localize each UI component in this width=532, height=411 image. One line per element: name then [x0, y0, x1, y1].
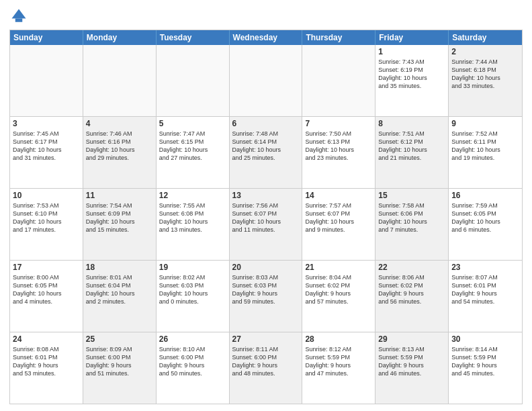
calendar-cell-1-4: 7Sunrise: 7:50 AM Sunset: 6:13 PM Daylig… — [302, 117, 375, 188]
calendar-cell-1-1: 4Sunrise: 7:46 AM Sunset: 6:16 PM Daylig… — [83, 117, 157, 188]
day-info: Sunrise: 7:55 AM Sunset: 6:08 PM Dayligh… — [159, 201, 226, 234]
day-number: 19 — [159, 263, 226, 272]
day-info: Sunrise: 8:11 AM Sunset: 6:00 PM Dayligh… — [232, 345, 300, 378]
day-number: 21 — [305, 263, 372, 272]
day-number: 7 — [305, 119, 372, 128]
day-info: Sunrise: 7:48 AM Sunset: 6:14 PM Dayligh… — [232, 130, 300, 163]
calendar-cell-4-4: 28Sunrise: 8:12 AM Sunset: 5:59 PM Dayli… — [302, 332, 375, 404]
day-info: Sunrise: 8:03 AM Sunset: 6:03 PM Dayligh… — [232, 273, 300, 306]
day-number: 9 — [451, 119, 519, 128]
day-number: 3 — [13, 119, 80, 128]
calendar-cell-0-5: 1Sunrise: 7:43 AM Sunset: 6:19 PM Daylig… — [375, 45, 449, 116]
calendar-body: 1Sunrise: 7:43 AM Sunset: 6:19 PM Daylig… — [10, 45, 522, 404]
day-info: Sunrise: 7:56 AM Sunset: 6:07 PM Dayligh… — [232, 201, 300, 234]
calendar-cell-4-5: 29Sunrise: 8:13 AM Sunset: 5:59 PM Dayli… — [375, 332, 449, 404]
calendar-cell-2-3: 13Sunrise: 7:56 AM Sunset: 6:07 PM Dayli… — [230, 189, 303, 260]
day-info: Sunrise: 7:54 AM Sunset: 6:09 PM Dayligh… — [86, 201, 153, 234]
calendar-cell-4-1: 25Sunrise: 8:09 AM Sunset: 6:00 PM Dayli… — [83, 332, 157, 404]
calendar-row-3: 17Sunrise: 8:00 AM Sunset: 6:05 PM Dayli… — [10, 260, 522, 332]
day-info: Sunrise: 8:08 AM Sunset: 6:01 PM Dayligh… — [13, 345, 80, 378]
calendar-cell-2-5: 15Sunrise: 7:58 AM Sunset: 6:06 PM Dayli… — [375, 189, 449, 260]
header-day-thursday: Thursday — [302, 30, 375, 45]
day-info: Sunrise: 7:58 AM Sunset: 6:06 PM Dayligh… — [378, 201, 445, 234]
day-number: 16 — [451, 191, 519, 200]
calendar-row-2: 10Sunrise: 7:53 AM Sunset: 6:10 PM Dayli… — [10, 188, 522, 260]
day-number: 4 — [86, 119, 153, 128]
calendar-cell-1-0: 3Sunrise: 7:45 AM Sunset: 6:17 PM Daylig… — [10, 117, 83, 188]
day-number: 5 — [159, 119, 226, 128]
header-day-monday: Monday — [83, 30, 157, 45]
day-info: Sunrise: 7:45 AM Sunset: 6:17 PM Dayligh… — [13, 130, 80, 163]
calendar-cell-2-2: 12Sunrise: 7:55 AM Sunset: 6:08 PM Dayli… — [157, 189, 230, 260]
day-info: Sunrise: 8:04 AM Sunset: 6:02 PM Dayligh… — [305, 273, 372, 306]
calendar-cell-2-6: 16Sunrise: 7:59 AM Sunset: 6:05 PM Dayli… — [449, 189, 522, 260]
header-day-wednesday: Wednesday — [230, 30, 303, 45]
day-info: Sunrise: 7:44 AM Sunset: 6:18 PM Dayligh… — [451, 58, 519, 91]
day-info: Sunrise: 7:46 AM Sunset: 6:16 PM Dayligh… — [86, 130, 153, 163]
calendar-cell-4-3: 27Sunrise: 8:11 AM Sunset: 6:00 PM Dayli… — [230, 332, 303, 404]
day-info: Sunrise: 7:52 AM Sunset: 6:11 PM Dayligh… — [451, 130, 519, 163]
calendar-cell-3-3: 20Sunrise: 8:03 AM Sunset: 6:03 PM Dayli… — [230, 261, 303, 332]
day-info: Sunrise: 8:14 AM Sunset: 5:59 PM Dayligh… — [451, 345, 519, 378]
day-info: Sunrise: 7:50 AM Sunset: 6:13 PM Dayligh… — [305, 130, 372, 163]
calendar-cell-2-4: 14Sunrise: 7:57 AM Sunset: 6:07 PM Dayli… — [302, 189, 375, 260]
calendar-cell-4-0: 24Sunrise: 8:08 AM Sunset: 6:01 PM Dayli… — [10, 332, 83, 404]
day-number: 15 — [378, 191, 445, 200]
calendar-cell-3-6: 23Sunrise: 8:07 AM Sunset: 6:01 PM Dayli… — [449, 261, 522, 332]
day-number: 24 — [13, 334, 80, 344]
header-day-sunday: Sunday — [10, 30, 83, 45]
day-info: Sunrise: 7:47 AM Sunset: 6:15 PM Dayligh… — [159, 130, 226, 163]
day-number: 8 — [378, 119, 445, 128]
calendar-row-4: 24Sunrise: 8:08 AM Sunset: 6:01 PM Dayli… — [10, 332, 522, 404]
day-number: 2 — [451, 47, 519, 56]
calendar-cell-2-1: 11Sunrise: 7:54 AM Sunset: 6:09 PM Dayli… — [83, 189, 157, 260]
day-number: 26 — [159, 334, 226, 344]
svg-rect-1 — [15, 19, 23, 22]
calendar-cell-3-1: 18Sunrise: 8:01 AM Sunset: 6:04 PM Dayli… — [83, 261, 157, 332]
day-number: 28 — [305, 334, 372, 344]
calendar-row-1: 3Sunrise: 7:45 AM Sunset: 6:17 PM Daylig… — [10, 116, 522, 188]
day-number: 30 — [451, 334, 519, 344]
day-info: Sunrise: 8:02 AM Sunset: 6:03 PM Dayligh… — [159, 273, 226, 306]
day-number: 1 — [378, 47, 445, 56]
day-info: Sunrise: 8:13 AM Sunset: 5:59 PM Dayligh… — [378, 345, 445, 378]
day-number: 25 — [86, 334, 153, 344]
calendar-cell-0-3 — [230, 45, 303, 116]
calendar-cell-0-6: 2Sunrise: 7:44 AM Sunset: 6:18 PM Daylig… — [449, 45, 522, 116]
day-info: Sunrise: 7:51 AM Sunset: 6:12 PM Dayligh… — [378, 130, 445, 163]
day-number: 12 — [159, 191, 226, 200]
day-number: 11 — [86, 191, 153, 200]
day-info: Sunrise: 8:00 AM Sunset: 6:05 PM Dayligh… — [13, 273, 80, 306]
day-info: Sunrise: 8:10 AM Sunset: 6:00 PM Dayligh… — [159, 345, 226, 378]
calendar-cell-3-0: 17Sunrise: 8:00 AM Sunset: 6:05 PM Dayli… — [10, 261, 83, 332]
day-info: Sunrise: 7:53 AM Sunset: 6:10 PM Dayligh… — [13, 201, 80, 234]
day-number: 10 — [13, 191, 80, 200]
day-info: Sunrise: 7:43 AM Sunset: 6:19 PM Dayligh… — [378, 58, 445, 91]
calendar-cell-1-6: 9Sunrise: 7:52 AM Sunset: 6:11 PM Daylig… — [449, 117, 522, 188]
calendar-cell-3-5: 22Sunrise: 8:06 AM Sunset: 6:02 PM Dayli… — [375, 261, 449, 332]
day-number: 23 — [451, 263, 519, 272]
day-number: 17 — [13, 263, 80, 272]
header-row — [9, 7, 523, 26]
day-info: Sunrise: 8:12 AM Sunset: 5:59 PM Dayligh… — [305, 345, 372, 378]
day-info: Sunrise: 7:57 AM Sunset: 6:07 PM Dayligh… — [305, 201, 372, 234]
header-day-tuesday: Tuesday — [157, 30, 230, 45]
day-number: 18 — [86, 263, 153, 272]
calendar-cell-4-2: 26Sunrise: 8:10 AM Sunset: 6:00 PM Dayli… — [157, 332, 230, 404]
day-info: Sunrise: 8:06 AM Sunset: 6:02 PM Dayligh… — [378, 273, 445, 306]
day-info: Sunrise: 8:01 AM Sunset: 6:04 PM Dayligh… — [86, 273, 153, 306]
svg-marker-0 — [12, 9, 26, 19]
day-number: 29 — [378, 334, 445, 344]
day-number: 27 — [232, 334, 300, 344]
calendar-cell-0-2 — [157, 45, 230, 116]
calendar-row-0: 1Sunrise: 7:43 AM Sunset: 6:19 PM Daylig… — [10, 45, 522, 116]
calendar-cell-0-4 — [302, 45, 375, 116]
logo-icon — [9, 7, 28, 26]
calendar-cell-1-3: 6Sunrise: 7:48 AM Sunset: 6:14 PM Daylig… — [230, 117, 303, 188]
calendar: SundayMondayTuesdayWednesdayThursdayFrid… — [9, 30, 523, 404]
logo — [9, 7, 31, 26]
day-info: Sunrise: 7:59 AM Sunset: 6:05 PM Dayligh… — [451, 201, 519, 234]
day-info: Sunrise: 8:07 AM Sunset: 6:01 PM Dayligh… — [451, 273, 519, 306]
header-day-friday: Friday — [375, 30, 449, 45]
day-number: 22 — [378, 263, 445, 272]
